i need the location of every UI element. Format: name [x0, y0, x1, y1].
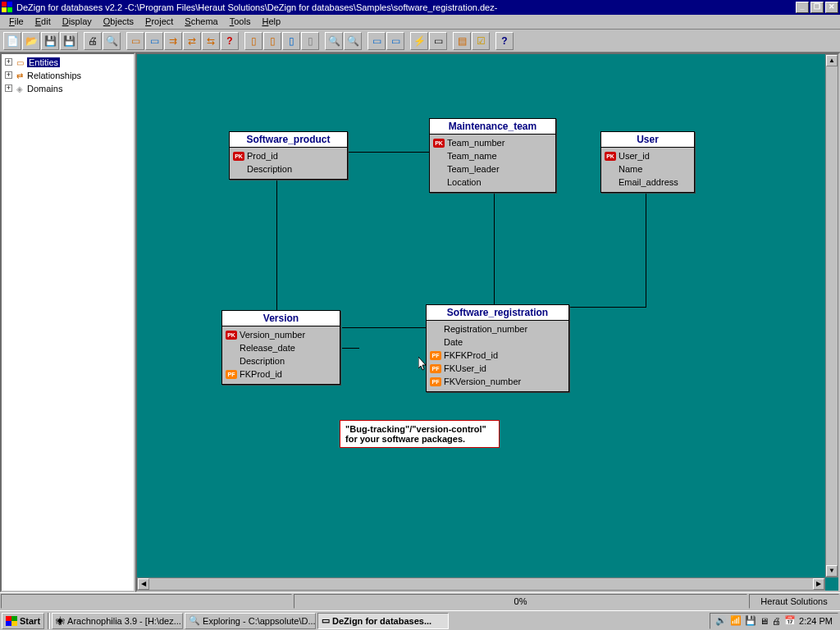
entity-title[interactable]: Software_product	[230, 132, 347, 148]
tb-help2[interactable]: ?	[495, 32, 514, 50]
expand-icon[interactable]: +	[5, 71, 12, 79]
entity-attribute[interactable]: Name	[605, 162, 691, 176]
tb-attr[interactable]: ▭	[145, 32, 163, 50]
start-button[interactable]: Start	[2, 613, 44, 629]
tray-icon[interactable]: 🖨	[772, 616, 781, 626]
horizontal-scrollbar[interactable]: ◀ ▶	[137, 578, 825, 591]
start-label: Start	[20, 616, 40, 626]
entity-software_registration[interactable]: Software_registrationRegistration_number…	[426, 304, 569, 392]
entity-attribute[interactable]: Team_name	[433, 149, 552, 162]
tb-g[interactable]: ▭	[429, 32, 447, 50]
entity-attribute[interactable]: PFFKProd_id	[226, 368, 336, 381]
tray-icon[interactable]: 🔊	[715, 615, 727, 626]
note-box[interactable]: "Bug-tracking"/"version-control" for you…	[340, 420, 500, 448]
entity-attribute[interactable]: Registration_number	[430, 322, 565, 336]
tray-icon[interactable]: 📅	[784, 615, 796, 626]
tree-label[interactable]: Entities	[27, 57, 60, 67]
entity-attribute[interactable]: Description	[233, 162, 344, 176]
tray-icon[interactable]: 💾	[745, 615, 756, 626]
task-arachnophilia[interactable]: 🕷Arachnophilia 3.9 - [H:\dez...	[52, 613, 183, 629]
tree-label[interactable]: Domains	[27, 84, 62, 94]
entity-attribute[interactable]: PKProd_id	[233, 149, 344, 162]
tb-zoomin[interactable]: 🔍	[344, 32, 362, 50]
tray-icon[interactable]: 🖥	[760, 616, 769, 626]
entity-attribute[interactable]: Location	[433, 176, 552, 189]
entity-attribute[interactable]: PFFKFKProd_id	[430, 349, 565, 362]
tb-d[interactable]: ▯	[301, 32, 319, 50]
tree-item-domains[interactable]: + ◈ Domains	[3, 82, 132, 94]
scroll-left-button[interactable]: ◀	[138, 578, 149, 590]
system-tray[interactable]: 🔊 📶 💾 🖥 🖨 📅 2:24 PM	[710, 613, 838, 629]
entity-software_product[interactable]: Software_productPKProd_idDescription	[229, 131, 348, 180]
tb-print[interactable]: 🖨	[84, 32, 102, 50]
tb-open[interactable]: 📂	[22, 32, 40, 50]
tb-entity[interactable]: ▭	[126, 32, 144, 50]
task-dezign[interactable]: ▭DeZign for databases...	[317, 613, 449, 629]
entity-attribute[interactable]: Email_address	[605, 176, 691, 189]
tb-c[interactable]: ▯	[282, 32, 300, 50]
entity-title[interactable]: Maintenance_team	[430, 119, 555, 135]
menu-display[interactable]: Display	[57, 15, 98, 29]
tb-rel3[interactable]: ⇆	[202, 32, 220, 50]
tb-preview[interactable]: 🔍	[103, 32, 121, 50]
vertical-scrollbar[interactable]: ▲ ▼	[825, 54, 838, 578]
entity-attribute[interactable]: PKVersion_number	[226, 328, 336, 341]
tree-panel[interactable]: + ▭ Entities + ⇄ Relationships + ◈ Domai…	[0, 52, 135, 592]
entity-attribute[interactable]: Team_leader	[433, 162, 552, 176]
tb-lightning[interactable]: ⚡	[410, 32, 428, 50]
entity-title[interactable]: Version	[222, 311, 340, 326]
menu-schema[interactable]: Schema	[179, 15, 223, 29]
expand-icon[interactable]: +	[5, 84, 12, 92]
attribute-label: Team_leader	[447, 164, 500, 174]
tb-rel1[interactable]: ⇉	[164, 32, 182, 50]
titlebar: DeZign for databases v2.2 -C:\Program Fi…	[0, 0, 840, 15]
entity-attribute[interactable]: Release_date	[226, 341, 336, 354]
entity-attribute[interactable]: PFFKUser_id	[430, 362, 565, 375]
menu-help[interactable]: Help	[256, 15, 286, 29]
scroll-right-button[interactable]: ▶	[813, 578, 824, 590]
entity-maintenance_team[interactable]: Maintenance_teamPKTeam_numberTeam_nameTe…	[429, 118, 556, 193]
tb-list[interactable]: ▤	[453, 32, 471, 50]
entity-version[interactable]: VersionPKVersion_numberRelease_dateDescr…	[221, 310, 340, 385]
close-button[interactable]: ✕	[825, 2, 838, 13]
entity-title[interactable]: Software_registration	[427, 305, 568, 321]
task-exploring[interactable]: 🔍Exploring - C:\appsolute\D...	[185, 613, 316, 629]
clock[interactable]: 2:24 PM	[799, 616, 833, 626]
tb-b[interactable]: ▯	[263, 32, 281, 50]
entity-attribute[interactable]: PKUser_id	[605, 149, 691, 162]
entity-attribute[interactable]: Date	[430, 336, 565, 349]
menu-project[interactable]: Project	[139, 15, 179, 29]
tree-item-entities[interactable]: + ▭ Entities	[3, 56, 132, 68]
tray-icon[interactable]: 📶	[730, 615, 742, 626]
scroll-up-button[interactable]: ▲	[826, 55, 838, 66]
tb-rel2[interactable]: ⇄	[183, 32, 201, 50]
status-left	[1, 594, 292, 609]
pk-badge-icon: PK	[605, 152, 616, 161]
tb-saveall[interactable]: 💾	[60, 32, 78, 50]
tb-help1[interactable]: ?	[221, 32, 239, 50]
tb-a[interactable]: ▯	[244, 32, 262, 50]
maximize-button[interactable]: ❐	[810, 2, 824, 13]
expand-icon[interactable]: +	[5, 58, 12, 66]
scroll-down-button[interactable]: ▼	[826, 565, 838, 577]
diagram-canvas[interactable]: ▲ ▼ ◀ ▶ Software_productPKProd_idDescrip…	[135, 52, 840, 592]
entity-title[interactable]: User	[601, 132, 694, 148]
tb-save[interactable]: 💾	[41, 32, 59, 50]
tree-label[interactable]: Relationships	[27, 71, 81, 80]
tree-item-relationships[interactable]: + ⇄ Relationships	[3, 69, 132, 81]
tb-zoomout[interactable]: 🔍	[325, 32, 343, 50]
entity-user[interactable]: UserPKUser_idNameEmail_address	[600, 131, 695, 193]
tb-new[interactable]: 📄	[3, 32, 21, 50]
pk-badge-icon: PK	[226, 331, 237, 340]
minimize-button[interactable]: _	[796, 2, 809, 13]
menu-tools[interactable]: Tools	[224, 15, 257, 29]
menu-file[interactable]: File	[3, 15, 30, 29]
entity-attribute[interactable]: PKTeam_number	[433, 136, 552, 149]
tb-check[interactable]: ☑	[472, 32, 490, 50]
tb-f[interactable]: ▭	[386, 32, 404, 50]
menu-objects[interactable]: Objects	[98, 15, 139, 29]
tb-e[interactable]: ▭	[368, 32, 386, 50]
entity-attribute[interactable]: Description	[226, 354, 336, 368]
entity-attribute[interactable]: PFFKVersion_number	[430, 375, 565, 388]
menu-edit[interactable]: Edit	[30, 15, 57, 29]
